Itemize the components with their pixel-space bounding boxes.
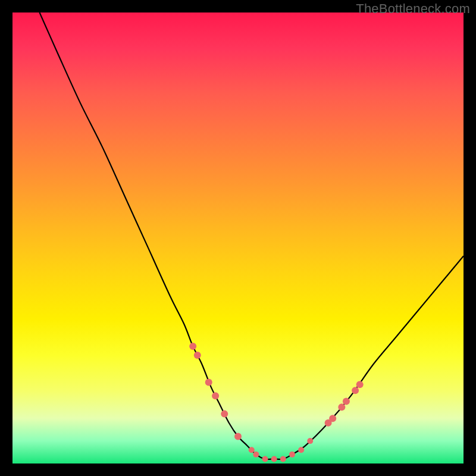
data-marker <box>298 447 304 453</box>
data-marker <box>307 438 313 444</box>
chart-frame <box>12 12 464 464</box>
data-marker <box>343 397 350 405</box>
data-marker <box>205 379 212 386</box>
data-marker <box>249 447 255 453</box>
markers-group <box>189 343 363 462</box>
data-marker <box>338 403 345 411</box>
data-marker <box>189 343 196 350</box>
data-marker <box>356 381 364 388</box>
data-marker <box>212 392 219 399</box>
curve-line <box>39 12 464 459</box>
data-marker <box>352 387 359 394</box>
data-marker <box>262 456 268 462</box>
data-marker <box>194 352 201 359</box>
data-marker <box>289 452 295 458</box>
data-marker <box>234 433 242 440</box>
data-marker <box>271 456 277 462</box>
data-marker <box>221 411 228 418</box>
data-marker <box>329 415 336 422</box>
chart-svg <box>12 12 464 464</box>
watermark-text: TheBottleneck.com <box>356 1 470 17</box>
data-marker <box>280 456 286 462</box>
data-marker <box>253 452 259 458</box>
